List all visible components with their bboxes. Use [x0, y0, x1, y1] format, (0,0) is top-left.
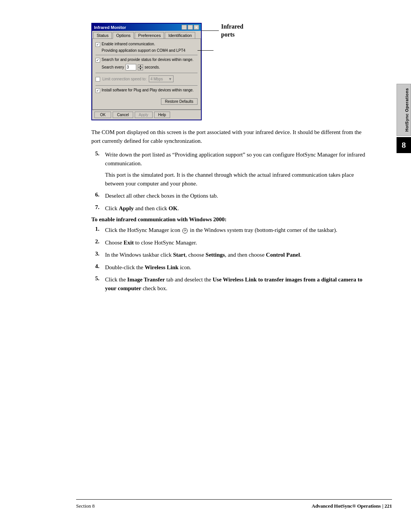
footer-page-number: 221 — [385, 503, 392, 509]
item-5-subtext: This port is the simulated port. It is t… — [105, 171, 365, 188]
windows-item-2: 2. Choose Exit to close HotSync Manager. — [95, 238, 365, 247]
win-item-4-text: Double-click the Wireless Link icon. — [105, 263, 191, 272]
limit-speed-row: Limit connection speed to: 4 Mbps ▼ — [96, 75, 198, 82]
item-7-text: Click Apply and then click OK. — [105, 204, 179, 213]
limit-speed-checkbox[interactable] — [96, 77, 100, 81]
list-item-6: 6. Deselect all other check boxes in the… — [95, 192, 365, 200]
search-status-label: Search for and provide status for device… — [102, 58, 193, 62]
search-spinner[interactable]: ▲ ▼ — [138, 64, 143, 70]
enable-infrared-row: Enable infrared communication. — [96, 42, 198, 47]
win-item-4-content: Double-click the Wireless Link icon. — [105, 263, 191, 272]
item-7-number: 7. — [95, 204, 102, 213]
dialog-titlebar: Infrared Monitor _ □ × — [92, 24, 201, 31]
hotsync-icon: ⟳ — [182, 228, 188, 233]
dialog-tabs: Status Options Preferences Identificatio… — [92, 31, 201, 39]
windows-item-3: 3. In the Windows taskbar click Start, c… — [95, 251, 365, 259]
win-item-2-text: Choose Exit to close HotSync Manager. — [105, 238, 197, 247]
annotation-line2: ports — [221, 31, 243, 39]
connector-line — [202, 30, 219, 31]
win-item-1-text: Click the HotSync Manager icon ⟳ in the … — [105, 226, 337, 235]
windows-item-4: 4. Double-click the Wireless Link icon. — [95, 263, 365, 272]
win-item-3-content: In the Windows taskbar click Start, choo… — [105, 251, 301, 259]
win-item-3-number: 3. — [95, 251, 102, 259]
windows-item-1: 1. Click the HotSync Manager icon ⟳ in t… — [95, 226, 365, 235]
win-item-4-number: 4. — [95, 263, 102, 272]
windows-item-5: 5. Click the Image Transfer tab and dese… — [95, 275, 365, 292]
page-number-area: Advanced HotSync® Operations | 221 — [312, 503, 392, 509]
apply-button[interactable]: Apply — [135, 112, 153, 118]
titlebar-buttons: _ □ × — [182, 25, 199, 30]
search-every-label: Search every — [102, 65, 124, 69]
windows-2000-heading: To enable infrared communication with Wi… — [91, 216, 365, 223]
win-item-1-number: 1. — [95, 226, 102, 235]
search-value-input[interactable]: 3 — [126, 64, 136, 70]
footer-section-label: Section 8 — [76, 503, 95, 509]
install-software-label: Install software for Plug and Play devic… — [102, 88, 194, 92]
spinner-up[interactable]: ▲ — [138, 64, 143, 67]
limit-speed-label: Limit connection speed to: — [102, 77, 147, 81]
enable-infrared-checkbox[interactable] — [96, 42, 100, 47]
win-item-3-text: In the Windows taskbar click Start, choo… — [105, 251, 301, 259]
maximize-button[interactable]: □ — [188, 25, 193, 30]
infrared-monitor-dialog: Infrared Monitor _ □ × Status Options Pr… — [91, 23, 202, 120]
tab-status[interactable]: Status — [93, 32, 112, 38]
restore-defaults-button[interactable]: Restore Defaults — [161, 98, 198, 105]
providing-text: Providing application support on COM4 an… — [102, 48, 198, 53]
footer-page-text: Advanced HotSync® Operations — [312, 503, 381, 509]
item-7-content: Click Apply and then click OK. — [105, 204, 179, 213]
minimize-button[interactable]: _ — [182, 25, 187, 30]
dialog-footer: OK Cancel Apply Help — [92, 110, 201, 120]
spinner-down[interactable]: ▼ — [138, 67, 143, 70]
search-status-row: Search for and provide status for device… — [96, 58, 198, 62]
annotation-connector: Infrared ports — [202, 23, 243, 39]
install-software-checkbox[interactable] — [96, 88, 100, 93]
win-item-1-content: Click the HotSync Manager icon ⟳ in the … — [105, 226, 337, 235]
page-footer: Section 8 Advanced HotSync® Operations |… — [76, 499, 392, 509]
tab-identification[interactable]: Identification — [165, 32, 195, 38]
item-5-number: 5. — [95, 150, 102, 188]
separator2 — [96, 73, 198, 73]
ok-button[interactable]: OK — [94, 112, 111, 118]
win-item-5-content: Click the Image Transfer tab and deselec… — [105, 275, 365, 292]
item-6-content: Deselect all other check boxes in the Op… — [105, 192, 218, 200]
install-software-row: Install software for Plug and Play devic… — [96, 88, 198, 93]
intro-paragraph: The COM port displayed on this screen is… — [91, 128, 365, 145]
tab-options[interactable]: Options — [113, 32, 134, 39]
annotation-label: Infrared ports — [221, 23, 243, 39]
item-6-number: 6. — [95, 192, 102, 200]
win-item-2-number: 2. — [95, 238, 102, 247]
win-item-5-number: 5. — [95, 275, 102, 292]
item-6-text: Deselect all other check boxes in the Op… — [105, 192, 218, 200]
body-content: The COM port displayed on this screen is… — [91, 128, 381, 292]
item-5-text: Write down the port listed as “Providing… — [105, 150, 365, 168]
enable-infrared-label: Enable infrared communication. — [102, 42, 155, 46]
restore-defaults-area: Restore Defaults — [96, 98, 198, 105]
win-item-5-text: Click the Image Transfer tab and deselec… — [105, 275, 365, 292]
search-every-row: Search every 3 ▲ ▼ seconds. — [102, 64, 198, 70]
item-5-content: Write down the port listed as “Providing… — [105, 150, 365, 188]
speed-dropdown[interactable]: 4 Mbps ▼ — [149, 75, 174, 82]
dialog-title: Infrared Monitor — [94, 25, 126, 30]
annotation-line1: Infrared — [221, 23, 243, 31]
separator3 — [96, 85, 198, 86]
tab-preferences[interactable]: Preferences — [135, 32, 164, 38]
close-button[interactable]: × — [194, 25, 199, 30]
list-item-7: 7. Click Apply and then click OK. — [95, 204, 365, 213]
cancel-button[interactable]: Cancel — [113, 112, 133, 118]
separator1 — [96, 55, 198, 55]
seconds-label: seconds. — [145, 65, 160, 69]
dialog-content: Enable infrared communication. Providing… — [92, 39, 201, 110]
help-button[interactable]: Help — [154, 112, 170, 118]
win-item-2-content: Choose Exit to close HotSync Manager. — [105, 238, 197, 247]
list-item-5: 5. Write down the port listed as “Provid… — [95, 150, 365, 188]
search-status-checkbox[interactable] — [96, 58, 100, 62]
